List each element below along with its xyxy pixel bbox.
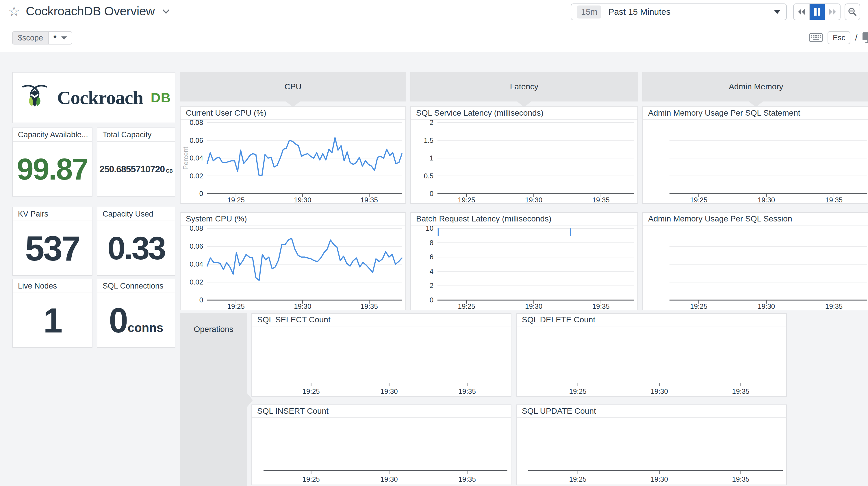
chart-title: SQL DELETE Count [517, 314, 786, 326]
svg-text:19:30: 19:30 [757, 196, 775, 203]
shortcut-cluster: Esc / [809, 31, 868, 45]
chart-title: Admin Memory Usage Per SQL Statement [643, 107, 868, 120]
svg-text:2: 2 [430, 120, 433, 126]
stat-value: 0.33 [107, 232, 165, 264]
chart-card-admin-memory-statement: Admin Memory Usage Per SQL Statement 19:… [642, 106, 868, 204]
svg-text:1.5: 1.5 [424, 137, 433, 144]
sql-delete-count-chart[interactable]: 19:2519:3019:35 [517, 326, 786, 396]
scope-caret-icon [61, 36, 67, 39]
pause-icon [813, 8, 821, 16]
chart-title: SQL INSERT Count [252, 405, 511, 418]
chart-title: Batch Request Latency (milliseconds) [411, 213, 638, 226]
playback-controls [793, 3, 841, 20]
stat-value: 250.6855710720 [99, 165, 165, 174]
chart-card-current-user-cpu: Current User CPU (%) 00.020.040.060.0819… [180, 106, 406, 204]
svg-text:0: 0 [430, 296, 433, 304]
time-range-select[interactable]: 15m Past 15 Minutes [571, 3, 787, 20]
sql-service-latency-chart[interactable]: 00.511.5219:2519:3019:35 [411, 120, 638, 203]
svg-text:19:30: 19:30 [294, 196, 311, 203]
group-label: CPU [284, 82, 301, 91]
dashboard-canvas: Cockroach DB Capacity Available... 99.87… [0, 52, 868, 486]
svg-text:19:35: 19:35 [732, 475, 749, 483]
time-range-caret-icon [774, 10, 780, 14]
svg-text:19:30: 19:30 [525, 196, 542, 203]
group-header-operations[interactable]: Operations [180, 313, 247, 486]
svg-text:19:25: 19:25 [303, 475, 320, 483]
svg-text:19:35: 19:35 [732, 388, 749, 395]
chart-title: SQL UPDATE Count [517, 405, 786, 418]
system-cpu-chart[interactable]: 00.020.040.060.0819:2519:3019:35 [181, 226, 405, 310]
svg-text:19:25: 19:25 [690, 303, 707, 310]
rewind-button[interactable] [794, 4, 809, 20]
svg-text:0.08: 0.08 [190, 120, 203, 126]
svg-text:19:25: 19:25 [458, 303, 475, 310]
scope-label: $scope [13, 32, 48, 44]
svg-text:0.08: 0.08 [190, 226, 203, 232]
stat-title: Live Nodes [13, 279, 92, 293]
svg-text:0.5: 0.5 [424, 172, 433, 180]
stat-unit: GB [166, 169, 173, 174]
svg-text:19:30: 19:30 [651, 475, 668, 483]
tv-mode-icon[interactable] [862, 32, 868, 43]
svg-text:19:30: 19:30 [294, 303, 311, 310]
svg-text:19:35: 19:35 [459, 475, 476, 483]
svg-text:19:35: 19:35 [825, 196, 843, 203]
logo-suffix: DB [151, 90, 171, 106]
sql-update-count-chart[interactable]: 19:2519:3019:35 [517, 418, 786, 485]
stat-card-capacity-used[interactable]: Capacity Used 0.33 [97, 207, 176, 276]
chart-title: System CPU (%) [181, 213, 405, 226]
cockroach-bug-icon [17, 80, 53, 116]
admin-memory-statement-chart[interactable]: 19:2519:3019:35 [643, 120, 868, 203]
group-header-cpu[interactable]: CPU [180, 72, 406, 102]
stat-card-sql-connections[interactable]: SQL Connections 0conns [97, 279, 176, 348]
chart-card-sql-delete-count: SQL DELETE Count 19:2519:3019:35 [516, 313, 787, 397]
svg-text:19:30: 19:30 [380, 475, 398, 483]
keyboard-icon[interactable] [809, 33, 823, 42]
pause-button[interactable] [809, 4, 825, 20]
favorite-star-icon[interactable]: ☆ [8, 5, 20, 18]
current-user-cpu-chart[interactable]: 00.020.040.060.0819:2519:3019:35Percent [181, 120, 405, 203]
stat-card-total-capacity[interactable]: Total Capacity 250.6855710720GB [97, 127, 176, 197]
chart-card-system-cpu: System CPU (%) 00.020.040.060.0819:2519:… [180, 212, 406, 310]
group-label: Operations [180, 325, 247, 334]
stat-card-kv-pairs[interactable]: KV Pairs 537 [12, 207, 92, 276]
chart-card-sql-select-count: SQL SELECT Count 19:2519:3019:35 [251, 313, 512, 397]
sql-select-count-chart[interactable]: 19:2519:3019:35 [252, 326, 511, 396]
batch-request-latency-chart[interactable]: 024681019:2519:3019:35 [411, 226, 638, 310]
group-header-latency[interactable]: Latency [410, 72, 638, 102]
chart-title: Admin Memory Usage Per SQL Session [643, 213, 868, 226]
stat-value: 1 [43, 303, 62, 338]
svg-text:0.06: 0.06 [190, 242, 203, 250]
chart-card-batch-request-latency: Batch Request Latency (milliseconds) 024… [410, 212, 638, 310]
svg-text:19:30: 19:30 [380, 388, 398, 395]
stat-unit: conns [128, 321, 163, 335]
admin-memory-session-chart[interactable]: 19:2519:3019:35 [643, 226, 868, 310]
stat-value: 0 [109, 303, 127, 338]
group-header-admin-memory[interactable]: Admin Memory [642, 72, 868, 102]
stat-card-capacity-available[interactable]: Capacity Available... 99.87 [12, 127, 92, 197]
stat-title: KV Pairs [13, 207, 92, 221]
svg-text:19:25: 19:25 [227, 196, 245, 203]
forward-button[interactable] [825, 4, 840, 20]
zoom-out-button[interactable] [845, 3, 860, 20]
page-title: CockroachDB Overview [26, 4, 155, 18]
svg-text:19:35: 19:35 [592, 303, 610, 310]
scope-value-dropdown: * [48, 32, 72, 44]
svg-text:0.06: 0.06 [190, 137, 203, 144]
slash-separator: / [855, 33, 857, 42]
group-label: Admin Memory [729, 82, 783, 91]
stat-title: Capacity Used [97, 207, 175, 221]
scope-variable-select[interactable]: $scope * [12, 31, 72, 45]
sql-insert-count-chart[interactable]: 19:2519:3019:35 [252, 418, 511, 485]
stat-card-live-nodes[interactable]: Live Nodes 1 [12, 279, 92, 348]
svg-text:6: 6 [430, 253, 433, 261]
svg-text:0.02: 0.02 [190, 172, 203, 180]
svg-text:0.04: 0.04 [190, 260, 203, 268]
svg-text:4: 4 [430, 267, 433, 275]
title-chevron-down-icon[interactable] [162, 7, 169, 13]
chart-card-admin-memory-session: Admin Memory Usage Per SQL Session 19:25… [642, 212, 868, 310]
group-label: Latency [510, 82, 538, 91]
esc-key-badge: Esc [828, 31, 850, 44]
svg-text:19:30: 19:30 [651, 388, 668, 395]
stat-title: Capacity Available... [13, 128, 92, 142]
